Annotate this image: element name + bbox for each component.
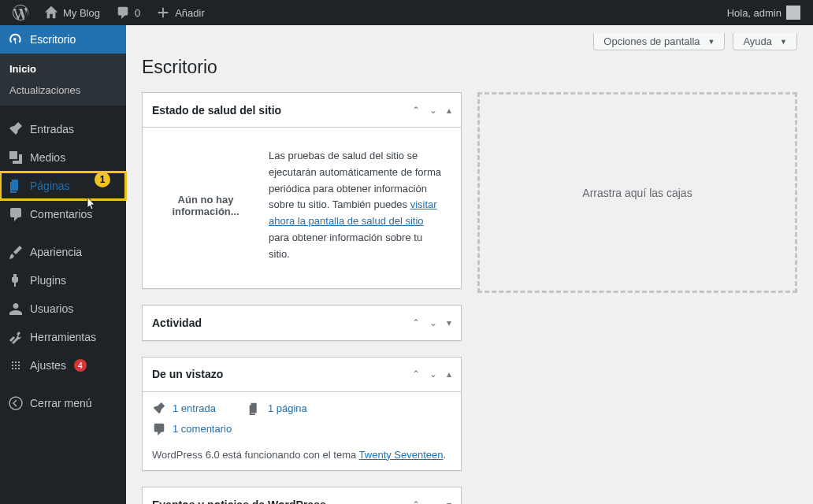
health-description: Las pruebas de salud del sitio se ejecut…: [269, 148, 445, 263]
sidebar-sub-home[interactable]: Inicio: [0, 58, 126, 80]
media-label: Medios: [30, 151, 65, 164]
site-name-label: My Blog: [63, 7, 100, 19]
health-status: Aún no hay información...: [158, 194, 253, 217]
main-content: Opciones de pantalla Ayuda Escritorio Es…: [126, 25, 813, 504]
settings-icon: [8, 358, 24, 373]
move-up-icon[interactable]: ⌃: [412, 105, 420, 116]
activity-box: Actividad ⌃ ⌄ ▾: [142, 305, 462, 341]
events-box: Eventos y noticias de WordPress ⌃ ⌄ ▾: [142, 487, 462, 504]
pages-icon: [8, 178, 24, 194]
screen-options-button[interactable]: Opciones de pantalla: [593, 33, 725, 50]
dashboard-label: Escritorio: [30, 33, 76, 46]
home-icon: [44, 6, 58, 20]
comments-label: Comentarios: [30, 208, 92, 220]
sidebar-item-collapse[interactable]: Cerrar menú: [0, 389, 126, 417]
admin-topbar: My Blog 0 Añadir Hola, admin: [0, 0, 813, 25]
help-button[interactable]: Ayuda: [733, 33, 797, 50]
brush-icon: [8, 244, 24, 260]
settings-badge: 4: [74, 359, 87, 372]
sidebar-sub-updates[interactable]: Actualizaciones: [0, 80, 126, 101]
move-down-icon[interactable]: ⌄: [429, 317, 437, 328]
wp-logo-menu[interactable]: [6, 0, 35, 25]
page-title: Escritorio: [142, 52, 797, 92]
sidebar-item-appearance[interactable]: Apariencia: [0, 238, 126, 266]
move-down-icon[interactable]: ⌄: [429, 369, 437, 380]
move-up-icon[interactable]: ⌃: [412, 499, 420, 504]
glance-pages-link[interactable]: 1 página: [247, 402, 307, 416]
comments-icon: [8, 206, 24, 222]
pages-label: Páginas: [30, 180, 70, 192]
sidebar-item-media[interactable]: Medios: [0, 143, 126, 172]
avatar: [786, 6, 800, 20]
site-health-title: Estado de salud del sitio: [152, 104, 281, 117]
plus-icon: [156, 6, 170, 20]
move-down-icon[interactable]: ⌄: [429, 499, 437, 504]
glance-title: De un vistazo: [152, 368, 223, 380]
glance-version: WordPress 6.0 está funcionando con el te…: [152, 443, 451, 461]
sidebar-item-posts[interactable]: Entradas: [0, 115, 126, 143]
glance-comments-link[interactable]: 1 comentario: [152, 422, 232, 436]
posts-label: Entradas: [30, 123, 74, 135]
admin-sidebar: Escritorio Inicio Actualizaciones Entrad…: [0, 25, 126, 504]
greeting-label: Hola, admin: [727, 7, 781, 19]
comment-icon: [116, 6, 130, 20]
pin-icon: [8, 121, 24, 137]
at-a-glance-box: De un vistazo ⌃ ⌄ ▴ 1 entrada: [142, 357, 462, 471]
plugin-icon: [8, 272, 24, 288]
toggle-icon[interactable]: ▴: [447, 369, 451, 380]
site-health-box: Estado de salud del sitio ⌃ ⌄ ▴ Aún no h…: [142, 92, 462, 289]
comments-link[interactable]: 0: [110, 0, 147, 25]
wordpress-icon: [13, 5, 28, 20]
users-label: Usuarios: [30, 302, 73, 315]
glance-posts-link[interactable]: 1 entrada: [152, 402, 216, 416]
pin-icon: [152, 402, 166, 416]
media-icon: [8, 150, 24, 165]
add-new-label: Añadir: [175, 7, 205, 19]
plugins-label: Plugins: [30, 274, 66, 287]
appearance-label: Apariencia: [30, 246, 82, 258]
collapse-icon: [8, 395, 24, 411]
comment-icon: [152, 422, 166, 436]
svg-point-0: [9, 397, 22, 410]
settings-label: Ajustes: [30, 359, 66, 372]
add-new-link[interactable]: Añadir: [150, 0, 211, 25]
move-up-icon[interactable]: ⌃: [412, 317, 420, 328]
sidebar-item-tools[interactable]: Herramientas: [0, 323, 126, 351]
toggle-icon[interactable]: ▴: [447, 105, 451, 116]
collapse-label: Cerrar menú: [30, 397, 92, 410]
sidebar-item-dashboard[interactable]: Escritorio: [0, 25, 126, 54]
theme-link[interactable]: Twenty Seventeen: [359, 449, 444, 461]
widget-dropzone[interactable]: Arrastra aquí las cajas: [477, 92, 797, 293]
move-up-icon[interactable]: ⌃: [412, 369, 420, 380]
dashboard-submenu: Inicio Actualizaciones: [0, 54, 126, 106]
tools-label: Herramientas: [30, 331, 96, 343]
site-name-link[interactable]: My Blog: [38, 0, 106, 25]
move-down-icon[interactable]: ⌄: [429, 105, 437, 116]
annotation-marker: 1: [95, 172, 110, 187]
sidebar-item-users[interactable]: Usuarios: [0, 295, 126, 323]
user-greeting[interactable]: Hola, admin: [721, 0, 807, 25]
sidebar-item-settings[interactable]: Ajustes 4: [0, 351, 126, 380]
pages-icon: [247, 402, 262, 416]
comments-count: 0: [135, 7, 140, 19]
toggle-icon[interactable]: ▾: [447, 499, 451, 504]
tools-icon: [8, 329, 24, 345]
users-icon: [8, 301, 24, 317]
toggle-icon[interactable]: ▾: [447, 317, 451, 328]
events-title: Eventos y noticias de WordPress: [152, 498, 326, 504]
sidebar-item-plugins[interactable]: Plugins: [0, 266, 126, 295]
dashboard-icon: [8, 32, 24, 47]
sidebar-item-comments[interactable]: Comentarios: [0, 200, 126, 228]
activity-title: Actividad: [152, 317, 202, 329]
